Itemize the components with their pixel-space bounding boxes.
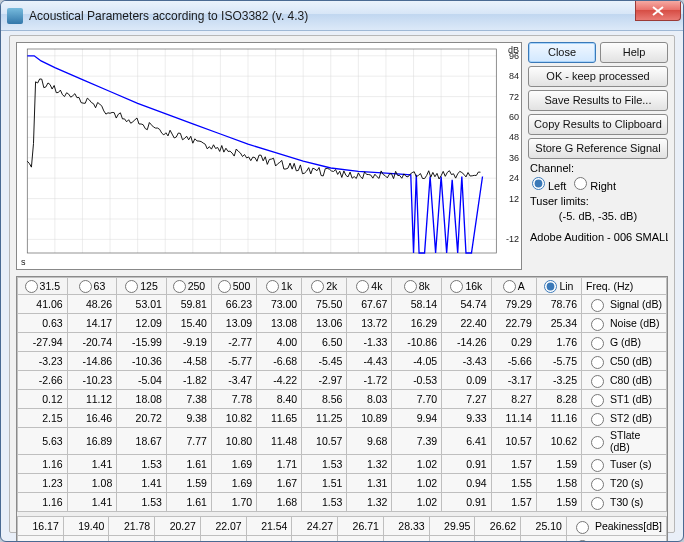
copy-clipboard-button[interactable]: Copy Results to Clipboard xyxy=(528,114,668,135)
cell: 15.40 xyxy=(166,314,211,333)
window-close-button[interactable] xyxy=(635,1,681,21)
channel-left-radio[interactable]: Left xyxy=(532,177,566,192)
cell: 13.09 xyxy=(211,314,256,333)
close-button[interactable]: Close xyxy=(528,42,596,63)
cell: 1.53 xyxy=(117,455,167,474)
row-T30 (s)[interactable]: T30 (s) xyxy=(586,494,662,510)
row-Millisecs[dB][interactable]: Millisecs[dB] xyxy=(571,537,662,542)
band-radio-4k[interactable]: 4k xyxy=(347,280,391,293)
store-g-ref-button[interactable]: Store G Reference Signal xyxy=(528,138,668,159)
band-radio-A[interactable]: A xyxy=(492,280,536,293)
cell: 18.19 xyxy=(292,536,338,543)
row-G (dB)[interactable]: G (dB) xyxy=(586,334,662,350)
row-ST1 (dB)[interactable]: ST1 (dB) xyxy=(586,391,662,407)
cell: 1.69 xyxy=(211,474,256,493)
cell: 1.70 xyxy=(211,493,256,512)
cell: 1.02 xyxy=(392,474,442,493)
channel-right-radio[interactable]: Right xyxy=(574,177,616,192)
cell: 26.71 xyxy=(338,517,384,536)
cell: 0.91 xyxy=(442,493,492,512)
cell: 14.17 xyxy=(67,314,117,333)
cell: 1.53 xyxy=(302,455,347,474)
cell: 11.48 xyxy=(257,428,302,455)
cell: 7.38 xyxy=(166,390,211,409)
cell: 26.62 xyxy=(475,517,521,536)
row-T20 (s)[interactable]: T20 (s) xyxy=(586,475,662,491)
cell: 9.94 xyxy=(392,409,442,428)
row-ST2 (dB)[interactable]: ST2 (dB) xyxy=(586,410,662,426)
band-radio-2k[interactable]: 2k xyxy=(302,280,346,293)
cell: 11.65 xyxy=(257,409,302,428)
save-results-button[interactable]: Save Results to File... xyxy=(528,90,668,111)
cell: 1.68 xyxy=(257,493,302,512)
band-radio-16k[interactable]: 16k xyxy=(442,280,491,293)
cell: 28.33 xyxy=(383,517,429,536)
band-radio-63[interactable]: 63 xyxy=(68,280,117,293)
cell: 0.09 xyxy=(442,371,492,390)
cell: 66.23 xyxy=(211,295,256,314)
cell: -5.75 xyxy=(536,352,581,371)
row-STlate (dB)[interactable]: STlate (dB) xyxy=(586,429,662,453)
cell: 18.96 xyxy=(155,536,201,543)
cell: 0.94 xyxy=(442,474,492,493)
cell: 1.61 xyxy=(166,493,211,512)
cell: 16.46 xyxy=(67,409,117,428)
tuser-limits-label: Tuser limits: xyxy=(528,195,668,207)
cell: 1.76 xyxy=(536,333,581,352)
cell: 0.91 xyxy=(442,455,492,474)
row-C80 (dB)[interactable]: C80 (dB) xyxy=(586,372,662,388)
cell: 18.75 xyxy=(200,536,246,543)
cell: 7.27 xyxy=(442,390,492,409)
ok-keep-button[interactable]: OK - keep processed xyxy=(528,66,668,87)
band-radio-8k[interactable]: 8k xyxy=(392,280,441,293)
row-C50 (dB)[interactable]: C50 (dB) xyxy=(586,353,662,369)
cell: 7.78 xyxy=(211,390,256,409)
cell: 1.51 xyxy=(302,474,347,493)
cell: 1.16 xyxy=(18,493,68,512)
cell: 7.39 xyxy=(392,428,442,455)
cell: -9.19 xyxy=(166,333,211,352)
row-Noise (dB)[interactable]: Noise (dB) xyxy=(586,315,662,331)
y-axis-label: dB xyxy=(508,45,519,55)
cell: 1.02 xyxy=(392,493,442,512)
band-radio-31.5[interactable]: 31.5 xyxy=(18,280,67,293)
row-Peakiness[dB][interactable]: Peakiness[dB] xyxy=(571,518,662,534)
cell: -3.25 xyxy=(536,371,581,390)
cell: -10.23 xyxy=(67,371,117,390)
row-Tuser (s)[interactable]: Tuser (s) xyxy=(586,456,662,472)
cell: -2.97 xyxy=(302,371,347,390)
band-radio-250[interactable]: 250 xyxy=(167,280,211,293)
titlebar: Acoustical Parameters according to ISO33… xyxy=(1,1,683,31)
cell: 11.25 xyxy=(302,409,347,428)
cell: 7.77 xyxy=(166,428,211,455)
cell: -10.86 xyxy=(392,333,442,352)
row-Signal (dB)[interactable]: Signal (dB) xyxy=(586,296,662,312)
cell: 22.07 xyxy=(200,517,246,536)
band-radio-Lin[interactable]: Lin xyxy=(537,280,581,293)
cell: -1.82 xyxy=(166,371,211,390)
chart-area: 9684726048362412-12 0.20.40.60.81.01.21.… xyxy=(16,42,522,270)
cell: 10.57 xyxy=(302,428,347,455)
cell: 19.40 xyxy=(63,517,109,536)
cell: 1.32 xyxy=(347,493,392,512)
cell: 1.31 xyxy=(347,474,392,493)
band-radio-1k[interactable]: 1k xyxy=(257,280,301,293)
cell: 9.33 xyxy=(442,409,492,428)
cell: 8.03 xyxy=(347,390,392,409)
band-radio-500[interactable]: 500 xyxy=(212,280,256,293)
cell: 73.00 xyxy=(257,295,302,314)
cell: 8.40 xyxy=(257,390,302,409)
cell: -2.77 xyxy=(211,333,256,352)
cell: -1.33 xyxy=(347,333,392,352)
cell: 1.32 xyxy=(347,455,392,474)
cell: 19.66 xyxy=(521,536,567,543)
cell: 1.41 xyxy=(67,455,117,474)
band-radio-125[interactable]: 125 xyxy=(117,280,166,293)
cell: 10.57 xyxy=(491,428,536,455)
cell: 18.02 xyxy=(246,536,292,543)
help-button[interactable]: Help xyxy=(600,42,668,63)
cell: 75.50 xyxy=(302,295,347,314)
cell: 8.56 xyxy=(302,390,347,409)
cell: -3.47 xyxy=(211,371,256,390)
cell: 1.23 xyxy=(18,474,68,493)
